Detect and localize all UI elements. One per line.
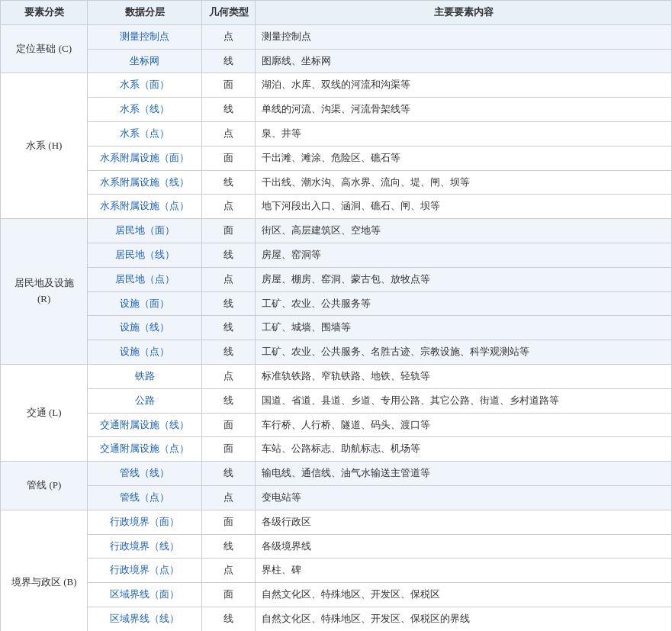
category-cell: 管线 (P) xyxy=(1,462,88,510)
geom-cell: 点 xyxy=(201,24,255,49)
content-cell: 各级行政区 xyxy=(256,510,672,534)
layer-cell: 水系（面） xyxy=(88,73,202,98)
table-row: 水系（点）点泉、井等 xyxy=(1,121,672,146)
layer-cell: 居民地（面） xyxy=(88,219,202,243)
layer-cell: 管线（线） xyxy=(88,462,202,486)
geom-cell: 面 xyxy=(201,413,255,437)
content-cell: 测量控制点 xyxy=(256,24,672,49)
geom-cell: 线 xyxy=(201,316,255,340)
category-cell: 水系 (H) xyxy=(1,73,88,219)
geom-cell: 点 xyxy=(201,485,255,510)
content-cell: 变电站等 xyxy=(256,485,672,510)
content-cell: 工矿、农业、公共服务等 xyxy=(256,291,672,316)
table-row: 交通 (L)铁路点标准轨铁路、窄轨铁路、地铁、轻轨等 xyxy=(1,364,672,388)
layer-cell: 水系（点） xyxy=(88,121,202,146)
table-row: 公路线国道、省道、县道、乡道、专用公路、其它公路、街道、乡村道路等 xyxy=(1,388,672,413)
table-row: 设施（点）线工矿、农业、公共服务、名胜古迹、宗教设施、科学观测站等 xyxy=(1,340,672,365)
geom-cell: 点 xyxy=(201,559,255,583)
content-cell: 单线的河流、沟渠、河流骨架线等 xyxy=(256,98,672,122)
category-cell: 居民地及设施 (R) xyxy=(1,219,88,365)
layer-cell: 设施（线） xyxy=(88,316,202,340)
layer-cell: 水系附属设施（点） xyxy=(88,195,202,219)
layer-cell: 交通附属设施（线） xyxy=(88,413,202,437)
geom-cell: 面 xyxy=(201,510,255,534)
layer-cell: 铁路 xyxy=(88,364,202,388)
content-cell: 自然文化区、特殊地区、开发区、保税区的界线 xyxy=(256,607,672,631)
table-row: 水系附属设施（线）线干出线、潮水沟、高水界、流向、堤、闸、坝等 xyxy=(1,170,672,195)
layer-cell: 行政境界（线） xyxy=(88,534,202,559)
content-cell: 自然文化区、特殊地区、开发区、保税区 xyxy=(256,583,672,607)
geom-cell: 面 xyxy=(201,219,255,243)
table-row: 设施（面）线工矿、农业、公共服务等 xyxy=(1,291,672,316)
geom-cell: 线 xyxy=(201,170,255,195)
geom-cell: 点 xyxy=(201,121,255,146)
table-row: 水系（线）线单线的河流、沟渠、河流骨架线等 xyxy=(1,98,672,122)
layer-cell: 水系附属设施（面） xyxy=(88,146,202,170)
content-cell: 地下河段出入口、涵洞、礁石、闸、坝等 xyxy=(256,195,672,219)
geom-cell: 点 xyxy=(201,195,255,219)
geom-cell: 面 xyxy=(201,437,255,462)
table-row: 管线（点）点变电站等 xyxy=(1,485,672,510)
content-cell: 各级境界线 xyxy=(256,534,672,559)
layer-cell: 行政境界（面） xyxy=(88,510,202,534)
table-row: 水系附属设施（面）面干出滩、滩涂、危险区、礁石等 xyxy=(1,146,672,170)
geom-cell: 线 xyxy=(201,462,255,486)
geom-cell: 线 xyxy=(201,291,255,316)
table-row: 居民地（线）线房屋、窑洞等 xyxy=(1,243,672,267)
table-row: 交通附属设施（线）面车行桥、人行桥、隧道、码头、渡口等 xyxy=(1,413,672,437)
geom-cell: 面 xyxy=(201,583,255,607)
header-content: 主要要素内容 xyxy=(256,1,672,25)
content-cell: 工矿、城墙、围墙等 xyxy=(256,316,672,340)
geom-cell: 线 xyxy=(201,49,255,73)
layer-cell: 测量控制点 xyxy=(88,24,202,49)
header-category: 要素分类 xyxy=(1,1,88,25)
content-cell: 泉、井等 xyxy=(256,121,672,146)
table-row: 定位基础 (C)测量控制点点测量控制点 xyxy=(1,24,672,49)
content-cell: 街区、高层建筑区、空地等 xyxy=(256,219,672,243)
geom-cell: 线 xyxy=(201,607,255,631)
header-layer: 数据分层 xyxy=(88,1,202,25)
geom-cell: 线 xyxy=(201,388,255,413)
table-row: 交通附属设施（点）面车站、公路标志、助航标志、机场等 xyxy=(1,437,672,462)
geom-cell: 线 xyxy=(201,98,255,122)
table-row: 设施（线）线工矿、城墙、围墙等 xyxy=(1,316,672,340)
layer-cell: 区域界线（线） xyxy=(88,607,202,631)
content-cell: 车行桥、人行桥、隧道、码头、渡口等 xyxy=(256,413,672,437)
content-cell: 干出线、潮水沟、高水界、流向、堤、闸、坝等 xyxy=(256,170,672,195)
geom-cell: 点 xyxy=(201,364,255,388)
content-cell: 图廓线、坐标网 xyxy=(256,49,672,73)
table-row: 坐标网线图廓线、坐标网 xyxy=(1,49,672,73)
table-row: 行政境界（点）点界柱、碑 xyxy=(1,559,672,583)
table-row: 居民地及设施 (R)居民地（面）面街区、高层建筑区、空地等 xyxy=(1,219,672,243)
table-row: 行政境界（线）线各级境界线 xyxy=(1,534,672,559)
table-row: 区域界线（线）线自然文化区、特殊地区、开发区、保税区的界线 xyxy=(1,607,672,631)
layer-cell: 交通附属设施（点） xyxy=(88,437,202,462)
geom-cell: 线 xyxy=(201,243,255,267)
table-row: 境界与政区 (B)行政境界（面）面各级行政区 xyxy=(1,510,672,534)
table-row: 管线 (P)管线（线）线输电线、通信线、油气水输送主管道等 xyxy=(1,462,672,486)
layer-cell: 行政境界（点） xyxy=(88,559,202,583)
table-row: 居民地（点）点房屋、棚房、窑洞、蒙古包、放牧点等 xyxy=(1,267,672,291)
content-cell: 工矿、农业、公共服务、名胜古迹、宗教设施、科学观测站等 xyxy=(256,340,672,365)
layer-cell: 居民地（点） xyxy=(88,267,202,291)
content-cell: 干出滩、滩涂、危险区、礁石等 xyxy=(256,146,672,170)
geom-cell: 线 xyxy=(201,340,255,365)
geom-cell: 面 xyxy=(201,73,255,98)
content-cell: 车站、公路标志、助航标志、机场等 xyxy=(256,437,672,462)
layer-cell: 居民地（线） xyxy=(88,243,202,267)
category-cell: 境界与政区 (B) xyxy=(1,510,88,631)
category-cell: 定位基础 (C) xyxy=(1,24,88,73)
content-cell: 界柱、碑 xyxy=(256,559,672,583)
content-cell: 国道、省道、县道、乡道、专用公路、其它公路、街道、乡村道路等 xyxy=(256,388,672,413)
layer-cell: 管线（点） xyxy=(88,485,202,510)
category-cell: 交通 (L) xyxy=(1,364,88,461)
content-cell: 湖泊、水库、双线的河流和沟渠等 xyxy=(256,73,672,98)
content-cell: 标准轨铁路、窄轨铁路、地铁、轻轨等 xyxy=(256,364,672,388)
content-cell: 房屋、窑洞等 xyxy=(256,243,672,267)
layer-cell: 水系附属设施（线） xyxy=(88,170,202,195)
geom-cell: 面 xyxy=(201,146,255,170)
layer-cell: 设施（点） xyxy=(88,340,202,365)
layer-cell: 公路 xyxy=(88,388,202,413)
layer-cell: 坐标网 xyxy=(88,49,202,73)
table-row: 水系附属设施（点）点地下河段出入口、涵洞、礁石、闸、坝等 xyxy=(1,195,672,219)
